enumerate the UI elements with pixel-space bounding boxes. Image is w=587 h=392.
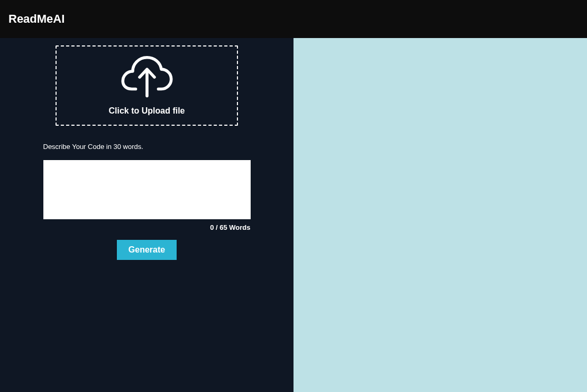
describe-textarea[interactable]: [43, 160, 251, 219]
left-panel: Click to Upload file Describe Your Code …: [0, 38, 294, 392]
word-count: 0 / 65 Words: [43, 223, 251, 231]
main-content: Click to Upload file Describe Your Code …: [0, 38, 587, 392]
describe-label: Describe Your Code in 30 words.: [43, 143, 251, 151]
output-panel: [294, 38, 587, 392]
brand-logo: ReadMeAI: [8, 12, 65, 26]
header: ReadMeAI: [0, 0, 587, 38]
generate-button[interactable]: Generate: [117, 240, 177, 260]
upload-label: Click to Upload file: [108, 106, 185, 116]
cloud-upload-icon: [120, 55, 175, 100]
describe-form: Describe Your Code in 30 words. 0 / 65 W…: [43, 143, 251, 260]
upload-dropzone[interactable]: Click to Upload file: [56, 45, 238, 126]
